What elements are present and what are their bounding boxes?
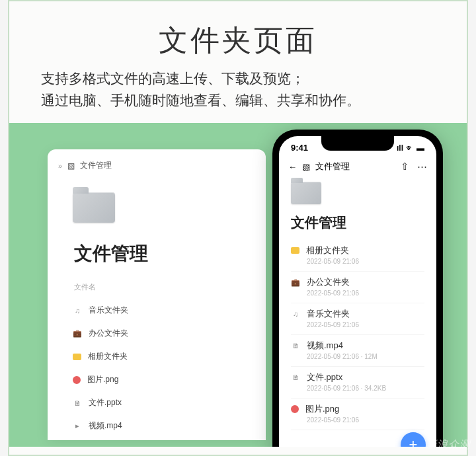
list-item[interactable]: 图片.png 2022-05-09 21:06 (291, 399, 424, 430)
file-meta: 2022-05-09 21:06 · 34.2KB (291, 385, 424, 392)
folder-icon: ▧ (67, 161, 75, 171)
promo-frame: 文件夹页面 支持多格式文件的高速上传、下载及预览； 通过电脑、手机随时随地查看、… (8, 0, 468, 456)
desktop-preview: » ▧ 文件管理 文件管理 文件名 ♫ 音乐文件夹 💼 办公文件夹 (48, 149, 266, 440)
file-name: 视频.mp4 (89, 420, 122, 432)
phone-nav: ← ▧ 文件管理 ⇧ ⋯ (279, 155, 436, 175)
file-name: 办公文件夹 (89, 328, 128, 339)
phone-preview: 9:41 ıll ᯤ ▬ ← ▧ 文件管理 ⇧ ⋯ (272, 130, 443, 447)
music-icon: ♫ (291, 309, 300, 319)
folder-hero-icon (291, 182, 321, 206)
desktop-breadcrumb[interactable]: » ▧ 文件管理 (48, 160, 266, 176)
file-name: 文件.pptx (307, 371, 342, 383)
more-icon[interactable]: ⋯ (417, 161, 427, 172)
list-item[interactable]: 🗎视频.mp4 2022-05-09 21:06 · 12M (291, 335, 424, 367)
video-icon: ▸ (73, 422, 82, 431)
list-item[interactable]: 相册文件夹 (73, 345, 241, 368)
list-item[interactable]: ♫ 音乐文件夹 (73, 299, 241, 322)
document-icon: 🗎 (291, 341, 300, 350)
file-name: 音乐文件夹 (307, 308, 350, 320)
page-title: 文件夹页面 (36, 21, 440, 60)
music-icon: ♫ (73, 306, 82, 315)
wifi-icon: ᯤ (406, 143, 414, 153)
file-name: 图片.png (305, 403, 339, 415)
file-name: 视频.mp4 (307, 340, 343, 352)
folder-icon: ▧ (302, 162, 310, 172)
list-item[interactable]: 图片.png (73, 368, 241, 391)
folder-icon (73, 354, 81, 360)
signal-icon: ıll (397, 143, 403, 153)
subtitle-line1: 支持多格式文件的高速上传、下载及预览； (41, 68, 435, 90)
desktop-file-list: ♫ 音乐文件夹 💼 办公文件夹 相册文件夹 图片.png 🗎 文件. (48, 299, 266, 437)
list-item[interactable]: 🗎文件.pptx 2022-05-09 21:06 · 34.2KB (291, 367, 424, 399)
list-item[interactable]: 💼办公文件夹 2022-05-09 21:06 (291, 272, 424, 303)
briefcase-icon: 💼 (291, 278, 300, 287)
file-name: 办公文件夹 (307, 276, 350, 288)
desktop-title: 文件管理 (48, 237, 266, 282)
back-icon[interactable]: ← (288, 162, 297, 172)
phone-notch (321, 136, 394, 151)
briefcase-icon: 💼 (73, 329, 82, 338)
list-item[interactable]: ▸ 视频.mp4 (73, 414, 241, 437)
share-icon[interactable]: ⇧ (401, 161, 409, 172)
file-meta: 2022-05-09 21:06 (291, 321, 424, 328)
list-item[interactable]: ♫音乐文件夹 2022-05-09 21:06 (291, 303, 424, 335)
column-header: 文件名 (48, 282, 266, 299)
status-icons: ıll ᯤ ▬ (397, 143, 424, 153)
folder-icon (291, 247, 299, 254)
file-name: 相册文件夹 (88, 351, 128, 362)
status-time: 9:41 (291, 143, 308, 153)
breadcrumb-label: 文件管理 (80, 160, 112, 171)
list-item[interactable]: 💼 办公文件夹 (73, 322, 241, 345)
file-meta: 2022-05-09 21:06 · 12M (291, 353, 424, 360)
image-icon (73, 376, 81, 384)
subtitle: 支持多格式文件的高速上传、下载及预览； 通过电脑、手机随时随地查看、编辑、共享和… (9, 68, 467, 123)
battery-icon: ▬ (416, 143, 424, 153)
file-meta: 2022-05-09 21:06 (291, 289, 424, 297)
watermark: 新浪众测 (426, 438, 471, 452)
add-button[interactable]: + (401, 432, 426, 447)
subtitle-line2: 通过电脑、手机随时随地查看、编辑、共享和协作。 (41, 90, 435, 112)
document-icon: 🗎 (291, 373, 300, 382)
list-item[interactable]: 🗎 文件.pptx (73, 391, 241, 414)
chevron-icon: » (58, 162, 62, 170)
file-name: 相册文件夹 (306, 245, 349, 256)
nav-title: 文件管理 (315, 161, 350, 172)
folder-hero-icon (73, 192, 115, 225)
phone-file-list: 相册文件夹 2022-05-09 21:06 💼办公文件夹 2022-05-09… (279, 240, 436, 430)
file-name: 音乐文件夹 (89, 305, 128, 316)
showcase-panel: » ▧ 文件管理 文件管理 文件名 ♫ 音乐文件夹 💼 办公文件夹 (9, 123, 467, 447)
file-name: 图片.png (87, 374, 118, 385)
phone-screen: 9:41 ıll ᯤ ▬ ← ▧ 文件管理 ⇧ ⋯ (279, 136, 436, 447)
image-icon (291, 405, 299, 413)
file-meta: 2022-05-09 21:06 (291, 258, 424, 265)
list-item[interactable]: 相册文件夹 2022-05-09 21:06 (291, 240, 424, 272)
title-section: 文件夹页面 (9, 1, 467, 68)
file-meta: 2022-05-09 21:06 (291, 416, 424, 424)
file-name: 文件.pptx (89, 397, 122, 408)
phone-title: 文件管理 (279, 212, 436, 240)
document-icon: 🗎 (73, 399, 82, 408)
